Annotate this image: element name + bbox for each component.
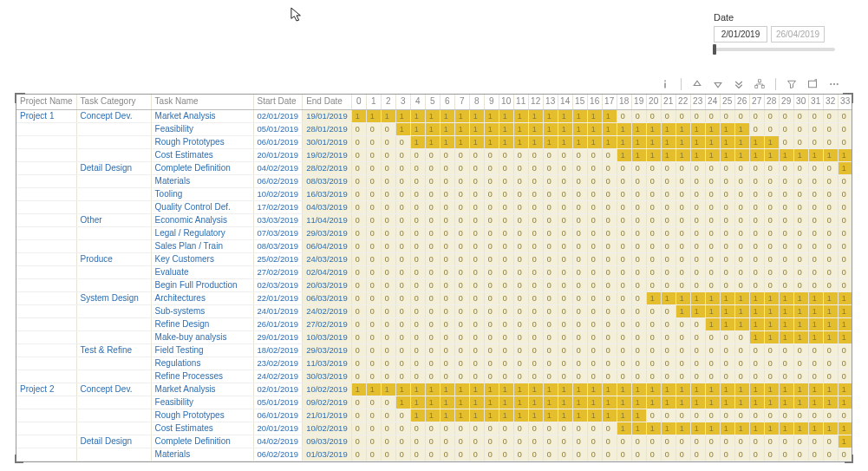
matrix-cell[interactable]: 0: [484, 187, 499, 200]
matrix-cell[interactable]: 0: [646, 278, 661, 291]
col-header-day[interactable]: 23: [690, 95, 705, 109]
matrix-cell[interactable]: 1: [823, 383, 838, 396]
matrix-cell[interactable]: 0: [617, 187, 631, 200]
project-cell[interactable]: [16, 291, 76, 304]
matrix-cell[interactable]: 0: [690, 343, 705, 357]
matrix-cell[interactable]: 0: [646, 200, 661, 213]
matrix-cell[interactable]: 0: [440, 461, 454, 461]
matrix-cell[interactable]: 0: [558, 291, 572, 304]
matrix-cell[interactable]: 0: [675, 226, 690, 239]
matrix-cell[interactable]: 0: [558, 448, 572, 461]
matrix-cell[interactable]: 1: [705, 122, 720, 135]
matrix-cell[interactable]: 1: [675, 304, 690, 317]
col-header-day[interactable]: 5: [425, 95, 440, 109]
matrix-cell[interactable]: 0: [734, 213, 749, 226]
matrix-cell[interactable]: 1: [513, 135, 528, 148]
matrix-cell[interactable]: 0: [513, 148, 528, 161]
matrix-cell[interactable]: 1: [572, 396, 587, 409]
matrix-cell[interactable]: 0: [499, 304, 513, 317]
matrix-cell[interactable]: 0: [661, 200, 675, 213]
matrix-cell[interactable]: 0: [602, 448, 617, 461]
matrix-cell[interactable]: 0: [587, 148, 602, 161]
project-cell[interactable]: [16, 396, 76, 409]
matrix-cell[interactable]: 0: [513, 370, 528, 383]
matrix-cell[interactable]: 0: [484, 213, 499, 226]
matrix-cell[interactable]: 0: [823, 135, 838, 148]
matrix-cell[interactable]: 0: [395, 448, 410, 461]
matrix-cell[interactable]: 0: [705, 330, 720, 343]
end-date-cell[interactable]: 20/03/2019: [303, 278, 352, 291]
matrix-cell[interactable]: 0: [499, 161, 513, 174]
matrix-cell[interactable]: 0: [602, 317, 617, 330]
matrix-cell[interactable]: 0: [366, 422, 381, 435]
matrix-cell[interactable]: 0: [572, 357, 587, 370]
end-date-cell[interactable]: 10/02/2019: [303, 422, 352, 435]
matrix-cell[interactable]: 0: [425, 435, 440, 448]
end-date-cell[interactable]: 30/03/2019: [303, 370, 352, 383]
category-cell[interactable]: Detail Design: [76, 435, 151, 448]
project-cell[interactable]: [16, 317, 76, 330]
category-cell[interactable]: [76, 200, 151, 213]
task-cell[interactable]: Complete Definition: [151, 161, 253, 174]
matrix-cell[interactable]: 0: [675, 252, 690, 265]
project-cell[interactable]: [16, 435, 76, 448]
matrix-cell[interactable]: 1: [705, 422, 720, 435]
project-cell[interactable]: [16, 174, 76, 187]
col-header-day[interactable]: 22: [675, 95, 690, 109]
matrix-cell[interactable]: 1: [749, 396, 764, 409]
matrix-cell[interactable]: 0: [690, 213, 705, 226]
matrix-cell[interactable]: 0: [690, 109, 705, 122]
matrix-cell[interactable]: 1: [749, 148, 764, 161]
matrix-cell[interactable]: 0: [469, 291, 484, 304]
matrix-cell[interactable]: 0: [558, 265, 572, 278]
matrix-cell[interactable]: 1: [823, 396, 838, 409]
matrix-cell[interactable]: 0: [793, 461, 808, 461]
matrix-cell[interactable]: 0: [499, 448, 513, 461]
matrix-cell[interactable]: 1: [469, 396, 484, 409]
matrix-cell[interactable]: 1: [440, 135, 454, 148]
matrix-cell[interactable]: 1: [675, 291, 690, 304]
matrix-cell[interactable]: 0: [440, 291, 454, 304]
matrix-cell[interactable]: 1: [513, 383, 528, 396]
matrix-cell[interactable]: 1: [617, 396, 631, 409]
matrix-cell[interactable]: 0: [793, 278, 808, 291]
matrix-cell[interactable]: 0: [499, 174, 513, 187]
end-date-cell[interactable]: 06/03/2019: [303, 291, 352, 304]
matrix-cell[interactable]: 0: [617, 370, 631, 383]
matrix-cell[interactable]: 0: [410, 148, 425, 161]
matrix-cell[interactable]: 0: [528, 161, 543, 174]
matrix-cell[interactable]: 0: [646, 357, 661, 370]
matrix-cell[interactable]: 0: [587, 187, 602, 200]
matrix-cell[interactable]: 1: [381, 109, 395, 122]
matrix-cell[interactable]: 0: [558, 435, 572, 448]
matrix-cell[interactable]: 0: [528, 448, 543, 461]
matrix-cell[interactable]: 0: [395, 135, 410, 148]
col-header-day[interactable]: 8: [469, 95, 484, 109]
matrix-cell[interactable]: 0: [381, 370, 395, 383]
matrix-cell[interactable]: 0: [705, 435, 720, 448]
matrix-cell[interactable]: 0: [381, 239, 395, 252]
matrix-cell[interactable]: 0: [617, 239, 631, 252]
matrix-cell[interactable]: 1: [764, 317, 779, 330]
matrix-cell[interactable]: 0: [764, 435, 779, 448]
matrix-cell[interactable]: 0: [720, 357, 734, 370]
matrix-cell[interactable]: 0: [720, 213, 734, 226]
end-date-cell[interactable]: 29/03/2019: [303, 226, 352, 239]
matrix-cell[interactable]: 0: [454, 304, 469, 317]
matrix-cell[interactable]: 0: [646, 435, 661, 448]
matrix-cell[interactable]: 0: [469, 317, 484, 330]
matrix-cell[interactable]: 0: [454, 317, 469, 330]
matrix-cell[interactable]: 1: [779, 148, 793, 161]
col-header-day[interactable]: 28: [764, 95, 779, 109]
matrix-cell[interactable]: 0: [675, 461, 690, 461]
matrix-cell[interactable]: 0: [734, 174, 749, 187]
matrix-cell[interactable]: 1: [793, 291, 808, 304]
matrix-cell[interactable]: 0: [808, 409, 823, 422]
matrix-cell[interactable]: 1: [705, 317, 720, 330]
matrix-cell[interactable]: 0: [631, 291, 646, 304]
matrix-cell[interactable]: 0: [513, 448, 528, 461]
matrix-cell[interactable]: 0: [558, 187, 572, 200]
matrix-cell[interactable]: 0: [558, 213, 572, 226]
matrix-cell[interactable]: 1: [823, 148, 838, 161]
matrix-cell[interactable]: 0: [499, 422, 513, 435]
